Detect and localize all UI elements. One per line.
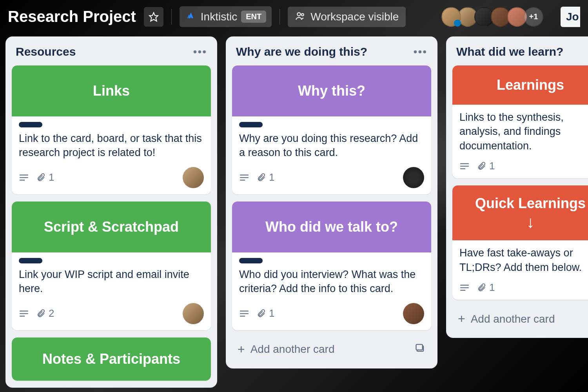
card-badges: 1 bbox=[239, 303, 424, 324]
description-icon bbox=[459, 162, 470, 170]
card-badges: 1 bbox=[459, 281, 588, 294]
list-header: What did we learn? bbox=[452, 42, 588, 65]
card-cover: Why this? bbox=[232, 65, 431, 116]
card-cover: Learnings bbox=[452, 65, 588, 105]
cover-title: Links bbox=[93, 83, 130, 99]
card-cover: Script & Scratchpad bbox=[12, 201, 211, 252]
attachment-badge: 1 bbox=[477, 160, 495, 172]
attachment-badge: 1 bbox=[36, 171, 54, 183]
people-icon bbox=[295, 11, 306, 23]
attachment-count: 1 bbox=[489, 160, 495, 172]
member-avatar[interactable] bbox=[183, 167, 204, 188]
description-icon bbox=[459, 284, 470, 292]
card-cover: Links bbox=[12, 65, 211, 116]
attachment-badge: 2 bbox=[36, 307, 54, 319]
org-plan-badge: ENT bbox=[241, 11, 266, 23]
member-avatar[interactable] bbox=[183, 303, 204, 324]
card[interactable]: Why this? Why are you doing this researc… bbox=[232, 65, 431, 194]
plus-icon: + bbox=[458, 312, 465, 326]
header-action-truncated[interactable]: Jo bbox=[561, 7, 580, 27]
card-cover: Who did we talk to? bbox=[232, 201, 431, 252]
board-canvas: Resources ••• Links Link to the card, bo… bbox=[0, 36, 588, 388]
arrow-down-icon: ↓ bbox=[526, 214, 535, 230]
attachment-badge: 1 bbox=[256, 307, 274, 319]
add-card-button[interactable]: + Add another card bbox=[232, 338, 431, 361]
template-icon[interactable] bbox=[415, 343, 426, 356]
description-icon bbox=[239, 310, 249, 318]
svg-rect-16 bbox=[416, 344, 423, 350]
list-header: Why are we doing this? ••• bbox=[232, 42, 431, 65]
attachment-count: 1 bbox=[489, 281, 495, 294]
card[interactable]: Script & Scratchpad Link your WIP script… bbox=[12, 201, 211, 330]
cover-title: Script & Scratchpad bbox=[44, 219, 179, 235]
star-button[interactable] bbox=[144, 7, 163, 27]
card-label[interactable] bbox=[239, 258, 263, 263]
card[interactable]: Notes & Participants bbox=[12, 338, 211, 381]
description-icon bbox=[19, 174, 29, 181]
star-icon bbox=[149, 12, 159, 22]
svg-point-1 bbox=[298, 13, 301, 16]
card[interactable]: Who did we talk to? Who did you intervie… bbox=[232, 201, 431, 330]
card-text: Link your WIP script and email invite he… bbox=[19, 267, 204, 296]
cover-title: Why this? bbox=[298, 83, 365, 99]
cover-title: Learnings bbox=[497, 77, 564, 93]
card-text: Who did you interview? What was the crit… bbox=[239, 267, 424, 296]
card-text: Links to the synthesis, analysis, and fi… bbox=[459, 110, 588, 153]
card-body: Have fast take-aways or TL;DRs? Add them… bbox=[452, 240, 588, 300]
attachment-badge: 1 bbox=[256, 171, 274, 183]
list-title[interactable]: What did we learn? bbox=[456, 45, 563, 58]
board-header: Research Project Inktistic ENT Workspace… bbox=[0, 0, 588, 36]
card-body: Who did you interview? What was the crit… bbox=[232, 252, 431, 330]
member-avatar[interactable] bbox=[403, 167, 424, 188]
list-title[interactable]: Why are we doing this? bbox=[236, 45, 367, 58]
cover-title: Notes & Participants bbox=[42, 351, 180, 367]
divider bbox=[171, 9, 172, 25]
list-why: Why are we doing this? ••• Why this? Why… bbox=[226, 36, 437, 368]
card-label[interactable] bbox=[19, 258, 42, 263]
attachment-count: 1 bbox=[269, 307, 274, 319]
member-avatars[interactable]: +1 bbox=[445, 7, 543, 27]
avatar[interactable] bbox=[441, 7, 461, 27]
add-card-button[interactable]: + Add another card bbox=[452, 307, 588, 331]
card-badges: 1 bbox=[459, 160, 588, 172]
list-menu-button[interactable]: ••• bbox=[414, 45, 427, 58]
card-badges: 2 bbox=[19, 303, 204, 324]
card[interactable]: Links Link to the card, board, or task t… bbox=[12, 65, 211, 194]
card-label[interactable] bbox=[19, 122, 42, 127]
list-header: Resources ••• bbox=[12, 42, 211, 65]
cover-title: Quick Learnings bbox=[475, 195, 586, 212]
member-avatar[interactable] bbox=[403, 303, 424, 324]
attachment-count: 1 bbox=[269, 171, 274, 183]
card[interactable]: Quick Learnings ↓ Have fast take-aways o… bbox=[452, 185, 588, 300]
organization-chip[interactable]: Inktistic ENT bbox=[180, 6, 272, 27]
card[interactable]: Learnings Links to the synthesis, analys… bbox=[452, 65, 588, 178]
visibility-label: Workspace visible bbox=[310, 11, 399, 23]
list-title[interactable]: Resources bbox=[16, 45, 76, 58]
svg-marker-0 bbox=[149, 13, 158, 21]
divider bbox=[279, 9, 280, 25]
list-menu-button[interactable]: ••• bbox=[193, 45, 207, 58]
avatar-overflow[interactable]: +1 bbox=[524, 7, 543, 27]
svg-point-2 bbox=[301, 13, 304, 16]
cover-title: Who did we talk to? bbox=[265, 219, 398, 235]
list-learn: What did we learn? Learnings Links to th… bbox=[446, 36, 588, 338]
board-title[interactable]: Research Project bbox=[8, 8, 136, 25]
attachment-badge: 1 bbox=[477, 281, 495, 294]
atlassian-icon bbox=[185, 9, 197, 24]
add-card-label: Add another card bbox=[250, 343, 335, 356]
card-cover: Quick Learnings ↓ bbox=[452, 185, 588, 240]
organization-name: Inktistic bbox=[201, 11, 237, 23]
card-body: Link your WIP script and email invite he… bbox=[12, 252, 211, 330]
card-text: Why are you doing this research? Add a r… bbox=[239, 131, 424, 160]
description-icon bbox=[239, 174, 249, 181]
card-body: Why are you doing this research? Add a r… bbox=[232, 116, 431, 194]
card-body: Link to the card, board, or task that th… bbox=[12, 116, 211, 194]
card-text: Have fast take-aways or TL;DRs? Add them… bbox=[459, 246, 588, 274]
card-badges: 1 bbox=[239, 167, 424, 188]
card-body: Links to the synthesis, analysis, and fi… bbox=[452, 105, 588, 178]
card-badges: 1 bbox=[19, 167, 204, 188]
add-card-label: Add another card bbox=[471, 313, 555, 325]
card-label[interactable] bbox=[239, 122, 263, 127]
visibility-button[interactable]: Workspace visible bbox=[288, 7, 406, 27]
plus-icon: + bbox=[238, 342, 245, 357]
